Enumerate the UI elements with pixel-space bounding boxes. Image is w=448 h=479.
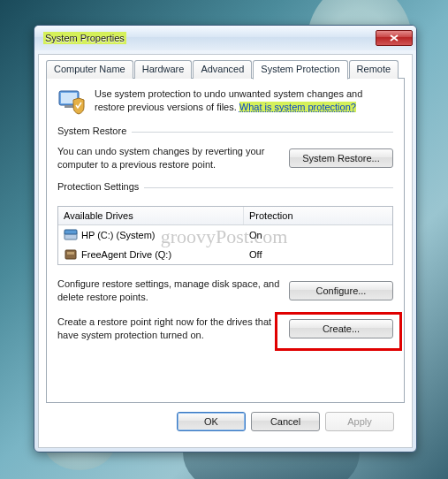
drive-protection: On — [244, 228, 392, 242]
system-restore-group: System Restore You can undo system chang… — [57, 132, 393, 171]
table-row[interactable]: HP (C:) (System) On — [58, 225, 392, 245]
col-header-drives[interactable]: Available Drives — [58, 207, 244, 224]
configure-description: Configure restore settings, manage disk … — [57, 278, 280, 304]
system-properties-window: System Properties Computer Name Hardware… — [34, 25, 417, 452]
titlebar: System Properties — [34, 26, 416, 50]
system-restore-label: System Restore — [57, 125, 132, 136]
drive-name: HP (C:) (System) — [81, 230, 156, 240]
apply-button: Apply — [325, 412, 394, 431]
info-text: Use system protection to undo unwanted s… — [95, 87, 393, 114]
restore-description: You can undo system changes by reverting… — [57, 145, 280, 171]
tab-panel: Use system protection to undo unwanted s… — [46, 78, 405, 403]
create-description: Create a restore point right now for the… — [57, 316, 280, 342]
drive-name: FreeAgent Drive (Q:) — [81, 249, 171, 260]
svg-rect-2 — [65, 105, 73, 108]
hp-drive-icon — [64, 229, 78, 241]
drives-table: Available Drives Protection HP (C:) (Sys… — [57, 206, 393, 265]
drive-protection: Off — [244, 247, 392, 262]
close-icon — [390, 34, 399, 42]
window-title: System Properties — [43, 33, 376, 43]
shield-monitor-icon — [57, 87, 86, 116]
table-header: Available Drives Protection — [58, 207, 392, 225]
tab-system-protection[interactable]: System Protection — [253, 60, 347, 80]
protection-settings-label: Protection Settings — [57, 181, 144, 192]
cancel-button[interactable]: Cancel — [251, 412, 320, 431]
dialog-content: Computer Name Hardware Advanced System P… — [38, 54, 413, 448]
tab-strip: Computer Name Hardware Advanced System P… — [46, 60, 405, 79]
ok-button[interactable]: OK — [177, 412, 246, 431]
info-section: Use system protection to undo unwanted s… — [57, 87, 393, 116]
col-header-protection[interactable]: Protection — [244, 207, 392, 224]
what-is-link[interactable]: What is system protection? — [239, 102, 356, 112]
system-restore-button[interactable]: System Restore... — [289, 148, 393, 168]
svg-rect-4 — [65, 230, 77, 234]
configure-button[interactable]: Configure... — [289, 281, 393, 300]
tab-remote[interactable]: Remote — [349, 60, 399, 79]
protection-settings-group: Protection Settings Available Drives Pro… — [57, 187, 393, 342]
dialog-footer: OK Cancel Apply — [46, 403, 405, 440]
svg-rect-6 — [67, 252, 74, 255]
create-button[interactable]: Create... — [289, 319, 393, 338]
close-button[interactable] — [376, 30, 413, 46]
tab-computer-name[interactable]: Computer Name — [46, 60, 133, 79]
external-drive-icon — [64, 248, 78, 261]
tab-hardware[interactable]: Hardware — [134, 60, 193, 79]
tab-advanced[interactable]: Advanced — [193, 60, 252, 79]
table-row[interactable]: FreeAgent Drive (Q:) Off — [58, 245, 392, 264]
